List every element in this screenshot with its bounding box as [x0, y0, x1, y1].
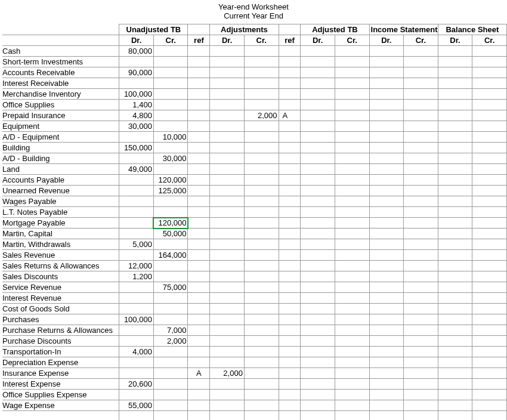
adj-dr-cell[interactable]: [210, 379, 245, 390]
adj-ref2-cell[interactable]: [279, 121, 301, 132]
atb-dr-cell[interactable]: [301, 110, 335, 121]
adj-ref1-cell[interactable]: A: [188, 368, 210, 379]
adj-ref2-cell[interactable]: [279, 271, 301, 282]
unadj-dr-cell[interactable]: 20,600: [119, 379, 154, 390]
atb-cr-cell[interactable]: [335, 379, 369, 390]
unadj-dr-cell[interactable]: [119, 132, 154, 143]
unadj-dr-cell[interactable]: [119, 293, 154, 304]
inc-cr-cell[interactable]: [404, 271, 438, 282]
adj-ref1-cell[interactable]: [188, 89, 210, 100]
bal-dr-cell[interactable]: [438, 218, 472, 228]
atb-cr-cell[interactable]: [335, 400, 369, 411]
adj-dr-cell[interactable]: [210, 196, 245, 207]
adj-ref1-cell[interactable]: [188, 100, 210, 110]
atb-cr-cell[interactable]: [335, 46, 369, 57]
adj-ref1-cell[interactable]: [188, 153, 210, 164]
inc-dr-cell[interactable]: [369, 132, 404, 143]
unadj-dr-cell[interactable]: [119, 175, 154, 186]
adj-dr-cell[interactable]: [210, 100, 245, 110]
inc-cr-cell[interactable]: [404, 390, 438, 400]
adj-ref1-cell[interactable]: [188, 175, 210, 186]
bal-dr-cell[interactable]: [438, 175, 472, 186]
adj-ref1-cell[interactable]: [188, 239, 210, 250]
unadj-dr-cell[interactable]: [119, 196, 154, 207]
bal-cr-cell[interactable]: [472, 336, 507, 347]
bal-cr-cell[interactable]: [472, 368, 507, 379]
adj-cr-cell[interactable]: [244, 196, 279, 207]
atb-dr-cell[interactable]: [301, 153, 335, 164]
adj-cr-cell[interactable]: [244, 293, 279, 304]
unadj-dr-cell[interactable]: 55,000: [119, 400, 154, 411]
bal-dr-cell[interactable]: [438, 207, 472, 218]
atb-cr-cell[interactable]: [335, 100, 369, 110]
atb-dr-cell[interactable]: [301, 143, 335, 153]
adj-ref1-cell[interactable]: [188, 411, 210, 421]
atb-cr-cell[interactable]: [335, 164, 369, 175]
unadj-cr-cell[interactable]: [153, 121, 188, 132]
adj-ref2-cell[interactable]: [279, 132, 301, 143]
atb-dr-cell[interactable]: [301, 132, 335, 143]
bal-dr-cell[interactable]: [438, 400, 472, 411]
unadj-dr-cell[interactable]: 49,000: [119, 164, 154, 175]
unadj-cr-cell[interactable]: [153, 271, 188, 282]
adj-cr-cell[interactable]: [244, 282, 279, 293]
inc-dr-cell[interactable]: [369, 121, 404, 132]
inc-cr-cell[interactable]: [404, 121, 438, 132]
atb-cr-cell[interactable]: [335, 207, 369, 218]
unadj-cr-cell[interactable]: [153, 164, 188, 175]
unadj-cr-cell[interactable]: [153, 379, 188, 390]
adj-ref2-cell[interactable]: [279, 153, 301, 164]
adj-cr-cell[interactable]: [244, 368, 279, 379]
adj-cr-cell[interactable]: [244, 67, 279, 78]
bal-cr-cell[interactable]: [472, 143, 507, 153]
inc-cr-cell[interactable]: [404, 218, 438, 228]
atb-cr-cell[interactable]: [335, 186, 369, 196]
atb-cr-cell[interactable]: [335, 67, 369, 78]
adj-ref2-cell[interactable]: [279, 282, 301, 293]
adj-cr-cell[interactable]: [244, 325, 279, 336]
adj-ref1-cell[interactable]: [188, 196, 210, 207]
atb-dr-cell[interactable]: [301, 67, 335, 78]
inc-dr-cell[interactable]: [369, 239, 404, 250]
adj-ref2-cell[interactable]: [279, 207, 301, 218]
inc-dr-cell[interactable]: [369, 186, 404, 196]
bal-dr-cell[interactable]: [438, 153, 472, 164]
adj-dr-cell[interactable]: [210, 400, 245, 411]
unadj-cr-cell[interactable]: [153, 314, 188, 325]
bal-cr-cell[interactable]: [472, 218, 507, 228]
atb-dr-cell[interactable]: [301, 164, 335, 175]
adj-cr-cell[interactable]: [244, 78, 279, 89]
atb-dr-cell[interactable]: [301, 218, 335, 228]
adj-cr-cell[interactable]: [244, 261, 279, 271]
adj-ref2-cell[interactable]: A: [279, 110, 301, 121]
bal-dr-cell[interactable]: [438, 304, 472, 314]
bal-dr-cell[interactable]: [438, 67, 472, 78]
bal-cr-cell[interactable]: [472, 282, 507, 293]
unadj-dr-cell[interactable]: [119, 57, 154, 67]
adj-ref1-cell[interactable]: [188, 347, 210, 357]
unadj-dr-cell[interactable]: 5,000: [119, 239, 154, 250]
adj-ref2-cell[interactable]: [279, 347, 301, 357]
adj-ref2-cell[interactable]: [279, 78, 301, 89]
inc-dr-cell[interactable]: [369, 153, 404, 164]
adj-ref1-cell[interactable]: [188, 261, 210, 271]
bal-dr-cell[interactable]: [438, 357, 472, 368]
bal-cr-cell[interactable]: [472, 121, 507, 132]
atb-dr-cell[interactable]: [301, 411, 335, 421]
atb-dr-cell[interactable]: [301, 271, 335, 282]
atb-dr-cell[interactable]: [301, 89, 335, 100]
unadj-dr-cell[interactable]: [119, 336, 154, 347]
atb-dr-cell[interactable]: [301, 390, 335, 400]
inc-cr-cell[interactable]: [404, 357, 438, 368]
bal-cr-cell[interactable]: [472, 153, 507, 164]
bal-cr-cell[interactable]: [472, 314, 507, 325]
unadj-cr-cell[interactable]: [153, 390, 188, 400]
bal-dr-cell[interactable]: [438, 100, 472, 110]
unadj-dr-cell[interactable]: 90,000: [119, 67, 154, 78]
inc-dr-cell[interactable]: [369, 46, 404, 57]
bal-dr-cell[interactable]: [438, 132, 472, 143]
unadj-dr-cell[interactable]: [119, 282, 154, 293]
adj-ref1-cell[interactable]: [188, 67, 210, 78]
inc-cr-cell[interactable]: [404, 282, 438, 293]
atb-cr-cell[interactable]: [335, 143, 369, 153]
